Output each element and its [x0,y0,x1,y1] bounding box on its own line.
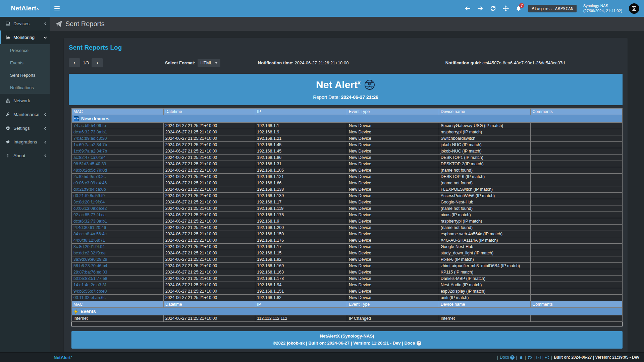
footer-build-info: Built on: 2024-06-27 | Version: 21:39:05… [554,355,639,360]
mac-link[interactable]: 48:b0:2d:5c:79:0d [73,168,107,173]
mac-link[interactable]: f4:4d:30:61:20:46 [73,225,106,230]
cell: 192.168.1.175 [255,212,347,218]
sidebar-item-maintenance[interactable]: Maintenance [0,108,50,121]
back-arrow-icon[interactable] [465,5,471,11]
sidebar-toggle-button[interactable] [50,0,64,17]
mac-link[interactable]: 74:ac:b9:ad:c3:30 [73,136,107,141]
cell: 192.168.1.66 [255,180,347,186]
mac-link[interactable]: 94:b5:55:c7:cb:e0 [73,289,107,294]
sidebar-item-devices[interactable]: Devices [0,17,50,31]
user-avatar[interactable] [629,3,639,14]
format-select[interactable]: HTML [198,59,220,67]
cell: KP115 (IP match) [439,269,531,276]
cell [531,174,623,180]
mac-link[interactable]: b0:be:83:51:77:e8 [73,276,107,281]
mac-link[interactable]: 92:ac:85:77:fd:ca [73,213,106,217]
email-icon[interactable] [536,355,541,360]
page-title: Sent Reports [65,20,105,28]
mac-link[interactable]: 3a:9d:69:e0:29:28 [73,257,107,262]
mac-link[interactable]: 28:87:ba:76:ed:03 [73,270,107,275]
cell: New Device [347,167,439,174]
sidebar-item-notifications[interactable]: Notifications [0,81,50,94]
cell: 192.168.1.119 [255,205,347,212]
chevron-left-icon [44,22,47,25]
cell: bc:dd:c2:32:f9:ee [72,250,164,256]
mac-link[interactable]: c0:06:c3:09:e4:46 [73,181,107,185]
mac-link[interactable]: 14:c1:4e:2e:a3:3f [73,283,106,287]
cell: unifi (IP match) [439,295,531,301]
cell: 2024-06-27 21:25:21+10:00 [163,237,255,244]
mac-link[interactable]: 2c:f0:5d:9e:73:2c [73,174,106,179]
forward-arrow-icon[interactable] [477,5,483,11]
mac-link[interactable]: dc:a6:32:73:8a:b1 [73,219,107,224]
mac-link[interactable]: 3c:8d:20:f1:9f:04 [73,200,105,204]
mac-link[interactable]: 44:6f:f8:12:68:71 [73,238,105,243]
cell: New Device [347,225,439,231]
refresh-icon[interactable] [490,5,496,11]
mac-link[interactable]: ac:82:47:ca:0f:e4 [73,155,106,160]
cell: jokob-NUC (IP match) [439,142,531,148]
cell: Google-Nest-Hub [439,244,531,250]
mac-link[interactable]: 84:cc:a8:4a:56:4c [73,232,107,236]
mac-link[interactable]: d0:21:f9:b4:ca:0b [73,187,106,192]
notifications-bell-icon[interactable]: 7 [516,5,522,11]
footer-brand[interactable]: NetAlertx [54,355,72,360]
cell: 2024-06-27 21:25:21+10:00 [163,155,255,161]
mac-link[interactable]: 1c:69:7a:a2:34:7b [73,149,107,154]
bug-report-icon[interactable] [519,355,523,360]
mac-link[interactable]: 98:5f:d3:d5:40:33 [73,162,106,166]
docs-link[interactable]: Docs? [500,355,514,360]
cell: 192.168.1.15 [255,250,347,256]
mac-link[interactable]: dc:a6:32:73:8a:b1 [73,130,107,134]
mac-link[interactable]: 3c:8d:20:f1:9f:04 [73,244,105,249]
mac-link[interactable]: 58:b6:23:70:d6:b4 [73,263,107,268]
mac-link[interactable]: bc:dd:c2:32:f9:ee [73,251,106,255]
chevron-down-icon [44,36,47,39]
sidebar-item-presence[interactable]: Presence [0,44,50,57]
cell: 2024-06-27 21:25:21+10:00 [163,315,255,322]
cell: 74:ac:b9:54:09:fb [72,123,164,129]
copyright-icon[interactable] [545,355,549,360]
sidebar-item-sent-reports[interactable]: Sent Reports [0,69,50,81]
notification-guid: Notification guid: cc44507e-8ea6-48e7-90… [445,60,565,65]
cell: New Device [347,288,439,295]
mac-link[interactable]: 00:11:32:ef:a5:6c [73,295,106,300]
sidebar-item-network[interactable]: Network [0,94,50,108]
cell [531,231,623,237]
gear-icon [5,126,11,131]
cell: 3c:8d:20:f1:9f:04 [72,244,164,250]
cell: 2024-06-27 21:25:21+10:00 [163,288,255,295]
mac-link[interactable]: 74:ac:b9:54:09:fb [73,123,106,128]
question-circle-icon: ? [510,355,515,360]
sidebar-item-events[interactable]: Events [0,57,50,69]
app-logo[interactable]: NetAlertx [0,0,50,17]
github-icon[interactable] [528,355,532,360]
cell [531,256,623,263]
log-title-link[interactable]: Sent Reports Log [69,44,623,51]
sidebar-item-integrations[interactable]: Integrations [0,135,50,149]
cell [531,186,623,193]
cell [531,218,623,225]
next-page-button[interactable]: › [92,58,103,67]
sidebar-item-label: Integrations [13,139,44,144]
cell: Internet [439,315,531,322]
sidebar-item-about[interactable]: About [0,149,50,163]
cell: 2024-06-27 21:25:21+10:00 [163,250,255,256]
sidebar-item-settings[interactable]: Settings [0,121,50,135]
column-header: Comments [531,109,623,115]
move-arrows-icon[interactable] [503,5,509,11]
cell: New Device [347,276,439,282]
mac-link[interactable]: 1c:69:7a:a2:34:7b [73,142,107,147]
chevron-left-icon [44,127,47,130]
monitoring-chart-icon [5,35,11,40]
cell: 192.168.1.9 [255,129,347,135]
prev-page-button[interactable]: ‹ [69,58,80,67]
mac-link[interactable]: d0:21:f9:8c:59:f9 [73,193,105,198]
table-row: 98:5f:d3:d5:40:332024-06-27 21:25:21+10:… [72,161,623,167]
cell: zhimi-airpurifier-mb3_mibtD6B4 (IP match… [439,263,531,269]
report-controls: ‹ 1/3 › Select Format: HTML Notification… [69,57,623,68]
mac-link[interactable]: c0:06:c3:09:de:e2 [73,206,107,211]
table-row: dc:a6:32:73:8a:b12024-06-27 21:25:21+10:… [72,218,623,225]
sidebar-item-monitoring[interactable]: Monitoring [0,31,50,44]
page-footer: NetAlertx | Docs? | | | | | Built on: 20… [0,352,644,362]
